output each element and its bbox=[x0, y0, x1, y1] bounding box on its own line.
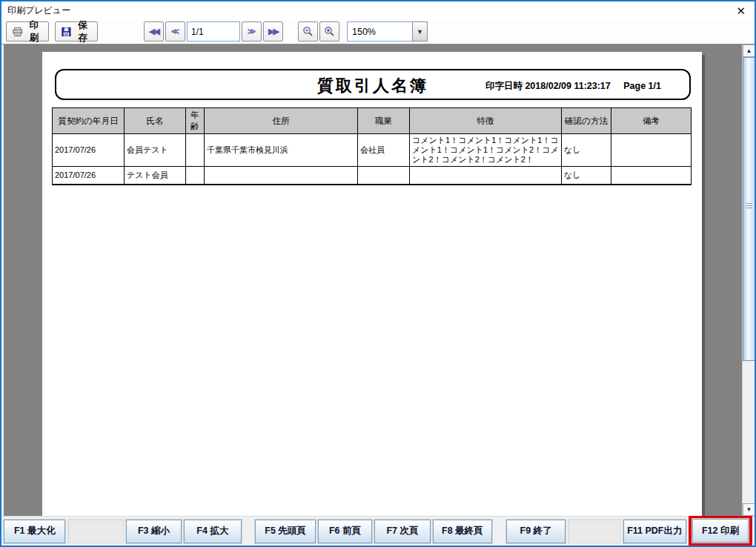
table-row: 2017/07/26 テスト会員 なし bbox=[53, 167, 692, 185]
last-page-button[interactable]: ▶▶ bbox=[263, 21, 283, 42]
zoom-out-icon bbox=[302, 26, 314, 37]
f7-next-page-button[interactable]: F7 次頁 bbox=[374, 520, 430, 543]
zoom-controls bbox=[298, 21, 341, 42]
print-datetime: 印字日時 2018/02/09 11:23:17 Page 1/1 bbox=[485, 80, 661, 93]
print-button-label: 印刷 bbox=[26, 19, 43, 44]
function-key-bar: F1 最大化 F3 縮小 F4 拡大 F5 先頭頁 F6 前頁 F7 次頁 F8… bbox=[1, 516, 755, 546]
col-header-occupation: 職業 bbox=[358, 108, 410, 134]
f10-blank-slot bbox=[568, 519, 620, 543]
f9-exit-button[interactable]: F9 終了 bbox=[506, 520, 566, 543]
scrollbar-thumb[interactable] bbox=[743, 57, 755, 361]
zoom-out-button[interactable] bbox=[298, 21, 318, 42]
col-header-features: 特徴 bbox=[410, 108, 562, 134]
f2-blank-slot bbox=[67, 519, 123, 543]
f8-last-page-button[interactable]: F8 最終頁 bbox=[433, 520, 492, 543]
cell-address bbox=[205, 167, 358, 185]
f12-highlight-box: F12 印刷 bbox=[689, 516, 752, 546]
close-icon[interactable]: ✕ bbox=[736, 5, 746, 16]
cell-confirmation: なし bbox=[562, 167, 611, 185]
cell-confirmation: なし bbox=[562, 134, 611, 167]
cell-age bbox=[186, 167, 205, 185]
cell-name: テスト会員 bbox=[125, 167, 186, 185]
scroll-down-icon: ▼ bbox=[746, 506, 752, 513]
zoom-level-combobox: ▼ bbox=[347, 21, 428, 42]
first-page-button[interactable]: ◀◀ bbox=[144, 21, 164, 42]
cell-remarks bbox=[611, 167, 692, 185]
scroll-up-icon: ▲ bbox=[746, 47, 752, 54]
vertical-scrollbar[interactable]: ▲ ▼ bbox=[742, 44, 755, 516]
cell-contract-date: 2017/07/26 bbox=[53, 167, 125, 185]
table-header-row: 質契約の年月日 氏名 年齢 住所 職業 特徴 確認の方法 備考 bbox=[53, 108, 692, 134]
col-header-address: 住所 bbox=[205, 108, 358, 134]
cell-contract-date: 2017/07/26 bbox=[53, 134, 125, 167]
scroll-up-button[interactable]: ▲ bbox=[743, 44, 755, 57]
scroll-down-button[interactable]: ▼ bbox=[743, 503, 755, 516]
register-table: 質契約の年月日 氏名 年齢 住所 職業 特徴 確認の方法 備考 2017/07/… bbox=[52, 107, 692, 185]
zoom-in-icon bbox=[324, 26, 335, 37]
cell-age bbox=[186, 134, 205, 167]
page-number-input[interactable] bbox=[187, 21, 240, 42]
save-floppy-icon bbox=[62, 27, 71, 37]
titlebar: 印刷プレビュー ✕ bbox=[1, 1, 755, 19]
table-row: 2017/07/26 会員テスト 千葉県千葉市検見川浜 会社員 コメント1！コメ… bbox=[53, 134, 692, 167]
chevron-down-icon: ▼ bbox=[417, 28, 423, 36]
f11-pdf-output-button[interactable]: F11 PDF出力 bbox=[623, 520, 686, 543]
col-header-confirmation: 確認の方法 bbox=[562, 108, 611, 134]
next-page-button[interactable]: ≫ bbox=[242, 21, 262, 42]
print-datetime-text: 印字日時 2018/02/09 11:23:17 bbox=[485, 81, 611, 91]
f6-prev-page-button[interactable]: F6 前頁 bbox=[318, 520, 372, 543]
printer-icon bbox=[13, 27, 23, 37]
zoom-level-input[interactable] bbox=[347, 21, 412, 42]
next-page-icon: ≫ bbox=[248, 27, 256, 36]
col-header-age: 年齢 bbox=[186, 108, 205, 134]
col-header-contract-date: 質契約の年月日 bbox=[53, 108, 125, 134]
page-navigation: ◀◀ ≪ ≫ ▶▶ bbox=[144, 21, 285, 42]
col-header-name: 氏名 bbox=[125, 108, 186, 134]
col-header-remarks: 備考 bbox=[611, 108, 692, 134]
document-page: 質取引人名簿 印字日時 2018/02/09 11:23:17 Page 1/1… bbox=[42, 52, 702, 516]
cell-features bbox=[410, 167, 562, 185]
scrollbar-grip-icon bbox=[746, 203, 752, 210]
first-page-icon: ◀◀ bbox=[149, 27, 159, 36]
cell-name: 会員テスト bbox=[125, 134, 186, 167]
f5-first-page-button[interactable]: F5 先頭頁 bbox=[255, 520, 315, 543]
last-page-icon: ▶▶ bbox=[268, 27, 278, 36]
f12-print-button[interactable]: F12 印刷 bbox=[692, 519, 749, 543]
f3-shrink-button[interactable]: F3 縮小 bbox=[126, 520, 182, 543]
prev-page-button[interactable]: ≪ bbox=[165, 21, 185, 42]
cell-occupation: 会社員 bbox=[358, 134, 410, 167]
toolbar: 印刷 保存 ◀◀ ≪ ≫ ▶▶ bbox=[1, 19, 755, 44]
cell-address: 千葉県千葉市検見川浜 bbox=[205, 134, 358, 167]
zoom-dropdown-button[interactable]: ▼ bbox=[412, 21, 428, 42]
document-header-box: 質取引人名簿 印字日時 2018/02/09 11:23:17 Page 1/1 bbox=[55, 69, 691, 100]
zoom-in-button[interactable] bbox=[319, 21, 339, 42]
print-preview-window: 印刷プレビュー ✕ 印刷 保存 ◀◀ ≪ bbox=[0, 0, 756, 547]
page-indicator: Page 1/1 bbox=[623, 81, 661, 91]
save-button[interactable]: 保存 bbox=[55, 21, 98, 42]
window-title: 印刷プレビュー bbox=[7, 4, 736, 17]
f1-maximize-button[interactable]: F1 最大化 bbox=[4, 520, 65, 543]
print-button[interactable]: 印刷 bbox=[6, 21, 49, 42]
preview-area: 質取引人名簿 印字日時 2018/02/09 11:23:17 Page 1/1… bbox=[1, 44, 755, 516]
save-button-label: 保存 bbox=[74, 19, 91, 44]
cell-occupation bbox=[358, 167, 410, 185]
cell-features: コメント1！コメント1！コメント1！コメント1！コメント1！コメント2！コメント… bbox=[410, 134, 562, 167]
f4-enlarge-button[interactable]: F4 拡大 bbox=[184, 520, 241, 543]
cell-remarks bbox=[611, 134, 692, 167]
prev-page-icon: ≪ bbox=[171, 27, 180, 36]
